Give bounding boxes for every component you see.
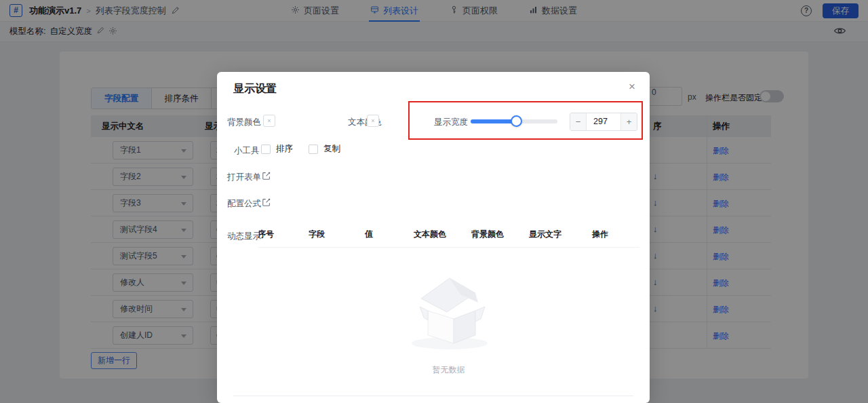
checkbox-label: 复制 — [323, 143, 340, 155]
open-form-edit-icon[interactable] — [262, 171, 271, 183]
bg-color-label: 背景颜色 — [227, 117, 261, 128]
text-color-swatch[interactable]: × — [367, 115, 379, 127]
widgets-label: 小工具 — [234, 145, 260, 157]
checkbox-box[interactable] — [309, 145, 318, 154]
dynamic-table-divider — [258, 247, 639, 248]
empty-text: 暂无数据 — [258, 364, 639, 376]
dyn-header-index: 序号 — [258, 229, 309, 240]
open-form-label: 打开表单 — [227, 172, 261, 183]
empty-box-illustration — [395, 267, 504, 357]
checkbox-box[interactable] — [261, 145, 271, 154]
dyn-header-action: 操作 — [592, 229, 626, 240]
dyn-header-display-text: 显示文字 — [529, 229, 592, 240]
dyn-header-value: 值 — [365, 229, 414, 240]
screen: # 功能演示v1.7 > 列表字段宽度控制 页面设置 列表设计 — [0, 0, 868, 403]
dyn-header-text-color: 文本颜色 — [414, 229, 471, 240]
copy-checkbox[interactable]: 复制 — [309, 143, 340, 155]
sort-checkbox[interactable]: 排序 — [261, 143, 293, 155]
formula-label: 配置公式 — [227, 198, 261, 210]
dyn-header-bg-color: 背景颜色 — [471, 229, 529, 240]
modal-title: 显示设置 — [233, 82, 277, 96]
dynamic-table-header: 序号 字段 值 文本颜色 背景颜色 显示文字 操作 — [258, 229, 639, 240]
modal-footer-divider — [233, 396, 633, 396]
formula-edit-icon[interactable] — [262, 197, 271, 210]
close-icon[interactable]: × — [625, 80, 639, 94]
annotation-highlight-box — [408, 101, 643, 140]
dynamic-display-label: 动态显示 — [227, 231, 261, 242]
checkbox-label: 排序 — [276, 143, 293, 155]
bg-color-swatch[interactable]: × — [263, 115, 275, 127]
dyn-header-field: 字段 — [309, 229, 365, 240]
